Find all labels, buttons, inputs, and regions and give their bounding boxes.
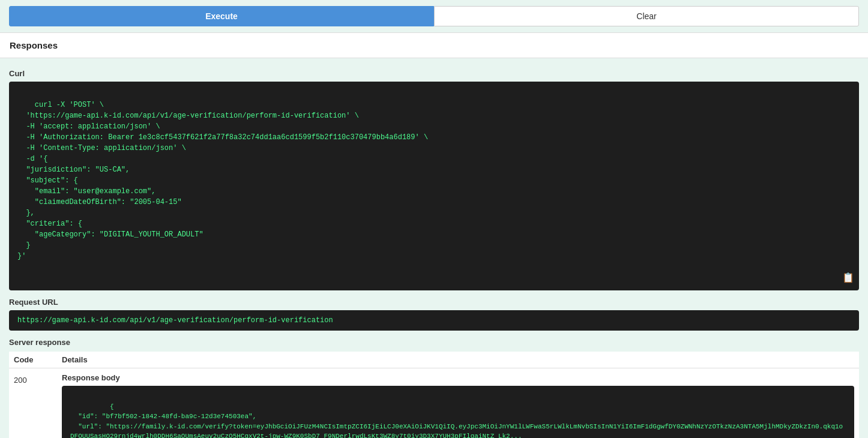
request-url-value: https://game-api.k-id.com/api/v1/age-ver… [17,316,333,325]
response-table-header: Code Details [9,352,859,368]
execute-button[interactable]: Execute [9,6,434,26]
toolbar: Execute Clear [0,0,868,32]
server-response-label: Server response [9,338,859,347]
curl-code-block: curl -X 'POST' \ 'https://game-api.k-id.… [9,82,859,290]
content-area: Curl curl -X 'POST' \ 'https://game-api.… [0,63,868,438]
response-details: Response body { "id": "bf7bf502-1842-48f… [57,373,859,438]
responses-title: Responses [10,40,58,50]
curl-label: Curl [9,69,859,78]
responses-section: Responses [0,32,868,58]
request-url-label: Request URL [9,298,859,307]
clear-button[interactable]: Clear [434,6,859,26]
table-row: 200 Response body { "id": "bf7bf502-1842… [9,368,859,438]
response-body-block: { "id": "bf7bf502-1842-48fd-ba9c-12d3e74… [62,386,854,438]
response-code: 200 [9,373,57,385]
request-url-box: https://game-api.k-id.com/api/v1/age-ver… [9,310,859,331]
response-body-label: Response body [62,373,854,382]
copy-curl-icon[interactable]: 📋 [842,271,854,286]
details-column-header: Details [57,355,859,364]
curl-code: curl -X 'POST' \ 'https://game-api.k-id.… [17,101,428,260]
response-table: Code Details 200 Response body { "id": "… [9,352,859,438]
response-body-text: { "id": "bf7bf502-1842-48fd-ba9c-12d3e74… [70,403,843,439]
code-column-header: Code [9,355,57,364]
